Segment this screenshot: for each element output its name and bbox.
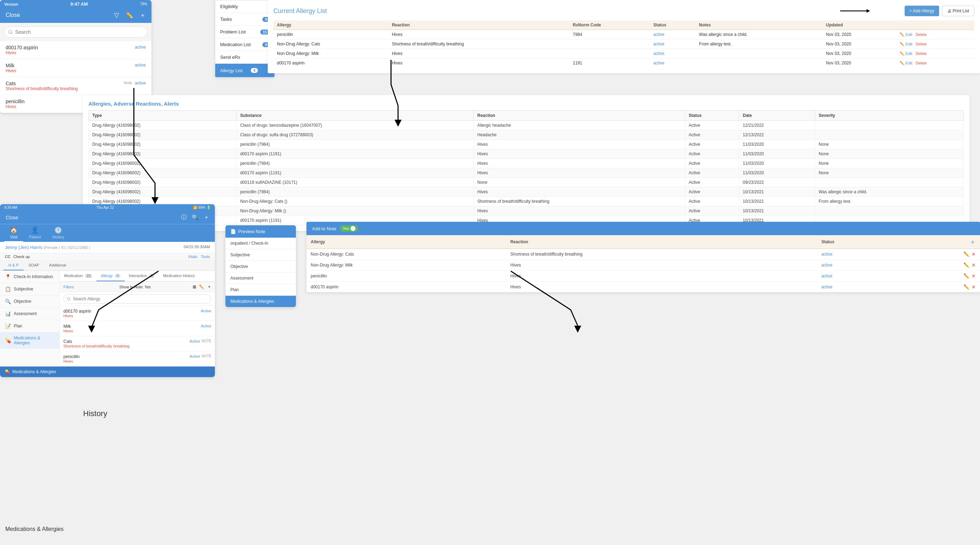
sidebar-item-plan[interactable]: 📝 Plan — [0, 320, 59, 332]
rxnorm-cell — [569, 49, 650, 59]
add-allergy-button[interactable]: + Add Allergy — [905, 6, 939, 16]
preview-item-medications[interactable]: Medications & Allergies — [226, 296, 296, 307]
edit-button[interactable]: ✏️ Edit — [900, 32, 912, 37]
reaction-cell: Hives — [474, 168, 685, 178]
notes-cell: From allergy test. — [695, 40, 822, 49]
delete-button[interactable]: Delete — [916, 42, 927, 46]
bottom-bar-label: Medications & Allergies — [12, 369, 56, 374]
preview-item-plan[interactable]: Plan — [226, 284, 296, 296]
nav-menu-eligibility[interactable]: Eligibility — [215, 0, 274, 13]
print-list-button[interactable]: 🖨 Print List — [942, 6, 974, 16]
delete-button[interactable]: Delete — [916, 61, 927, 65]
preview-item-subjective[interactable]: Subjective — [226, 249, 296, 261]
preview-item-objective[interactable]: Objective — [226, 261, 296, 272]
sidebar-item-assessment[interactable]: 📊 Assessment — [0, 308, 59, 320]
toggle-switch[interactable] — [350, 226, 355, 231]
ios-allergy-item[interactable]: Milk active Hives — [0, 59, 151, 77]
sidebar-item-subjective[interactable]: 📋 Subjective — [0, 283, 59, 296]
patient-icon: 👤 — [31, 226, 39, 234]
row-edit-button[interactable]: ✏️ — [963, 273, 969, 279]
updated-cell: Nov 03, 2020 — [822, 59, 896, 68]
search-icon[interactable]: 🔍 — [192, 214, 199, 221]
preview-item-checkin[interactable]: onpatient / Check-In — [226, 238, 296, 249]
status-cell: active — [817, 249, 900, 260]
edit-button[interactable]: ✏️ Edit — [900, 51, 912, 56]
reaction-cell: Hives — [506, 260, 817, 271]
tab-interaction[interactable]: Interaction 8 — [125, 271, 159, 281]
ios-close-button[interactable]: Close — [6, 12, 20, 18]
allergy-list-item[interactable]: d00170 aspirin Hives Active — [60, 306, 215, 321]
ios-allergy-item[interactable]: Cats activeNote Shortness of breath/diff… — [0, 77, 151, 95]
add-icon[interactable]: ＋ — [204, 214, 209, 221]
nav-item-visit[interactable]: 🏠 Visit — [4, 224, 23, 242]
ios-search-input[interactable] — [4, 26, 147, 38]
filter-icon[interactable]: ▽ — [114, 11, 119, 19]
tab-soap[interactable]: SOAP — [24, 261, 45, 270]
add-icon[interactable]: ＋ — [140, 11, 146, 19]
delete-button[interactable]: Delete — [916, 51, 927, 56]
col-status: Status — [817, 235, 900, 249]
visit-close-button[interactable]: Close — [6, 215, 18, 220]
list-view-icon[interactable]: ⊞ — [192, 284, 196, 289]
allergy-list-item[interactable]: Cats Shortness of breath/difficulty brea… — [60, 336, 215, 351]
tools-link[interactable]: Tools — [201, 254, 210, 259]
battery-label: 78% — [140, 2, 147, 6]
substance-cell: penicillin (7984) — [236, 159, 473, 168]
type-cell: Drug Allergy (416098002) — [89, 121, 237, 130]
row-delete-button[interactable]: ✕ — [972, 251, 976, 257]
tab-additional[interactable]: Additional — [44, 261, 71, 270]
allergy-list-badge: 4 — [251, 68, 258, 73]
status-cell: Active — [685, 206, 739, 216]
row-delete-button[interactable]: ✕ — [972, 262, 976, 268]
vitals-link[interactable]: Vitals — [188, 254, 197, 259]
tab-allergy[interactable]: Allergy 4 — [97, 271, 124, 281]
row-delete-button[interactable]: ✕ — [972, 284, 976, 290]
ios-allergy-item[interactable]: d00170 aspirin active Hives — [0, 41, 151, 59]
severity-cell — [815, 178, 964, 187]
ios-item-name: d00170 aspirin active — [6, 45, 146, 50]
adverse-reactions-panel: Allergies, Adverse Reactions, Alerts Typ… — [83, 95, 969, 231]
tab-medication-history[interactable]: Medication History — [159, 271, 199, 281]
nav-menu-send-erx[interactable]: Send eRx — [215, 51, 274, 64]
allergy-list-item[interactable]: penicillin Hives Active NOTE — [60, 351, 215, 367]
info-icon[interactable]: ⓘ — [181, 214, 187, 221]
nav-menu-problem-list[interactable]: Problem List 15 — [215, 26, 274, 38]
filters-button[interactable]: Filters — [64, 285, 74, 289]
add-icon[interactable]: ＋ — [207, 284, 212, 290]
nav-menu-tasks[interactable]: Tasks 9 — [215, 13, 274, 26]
nav-menu-allergy-list[interactable]: Allergy List 4 − — [215, 64, 274, 77]
tab-medication[interactable]: Medication 21 — [60, 271, 97, 281]
edit-icon[interactable]: ✏️ — [126, 11, 133, 19]
adverse-table-row: Drug Allergy (416098002) d00170 aspirin … — [89, 168, 964, 178]
edit-button[interactable]: ✏️ Edit — [900, 61, 912, 65]
updated-cell: Nov 03, 2020 — [822, 49, 896, 59]
delete-button[interactable]: Delete — [916, 32, 927, 37]
col-allergy: Allergy — [307, 235, 506, 249]
col-notes: Notes — [695, 21, 822, 30]
edit-icon[interactable]: ✏️ — [199, 284, 204, 289]
yes-toggle[interactable]: Yes — [340, 225, 358, 232]
sidebar-item-checkin[interactable]: 📍 Check-In Information — [0, 271, 59, 283]
sidebar-item-objective[interactable]: 🔍 Objective — [0, 296, 59, 308]
nav-item-patient[interactable]: 👤 Patient — [23, 224, 46, 242]
severity-cell — [815, 121, 964, 130]
sidebar-item-medications[interactable]: 💊 Medications & Allergies — [0, 332, 59, 349]
row-edit-button[interactable]: ✏️ — [963, 284, 969, 290]
allergy-sub-header: Filters Show in Note: Yes ⊞ ✏️ ＋ — [60, 282, 215, 292]
ios-item-reaction: Hives — [6, 50, 146, 55]
allergy-list-item[interactable]: Milk Hives Active — [60, 321, 215, 336]
allergy-cell: d00170 aspirin — [274, 59, 388, 68]
allergy-search-input[interactable] — [64, 294, 212, 303]
add-row-button[interactable]: ＋ — [969, 238, 976, 245]
preview-item-assessment[interactable]: Assessment — [226, 272, 296, 284]
date-cell: 09/23/2022 — [739, 178, 815, 187]
actions-cell: ✏️ ✕ — [900, 260, 980, 271]
edit-button[interactable]: ✏️ Edit — [900, 42, 912, 46]
row-edit-button[interactable]: ✏️ — [963, 262, 969, 268]
nav-menu-medication-list[interactable]: Medication List 9 — [215, 38, 274, 51]
tab-hap[interactable]: H & P — [3, 261, 24, 270]
row-edit-button[interactable]: ✏️ — [963, 251, 969, 257]
nav-label: Visit — [10, 235, 18, 239]
nav-item-history[interactable]: 🕐 History — [46, 224, 70, 242]
row-delete-button[interactable]: ✕ — [972, 273, 976, 279]
